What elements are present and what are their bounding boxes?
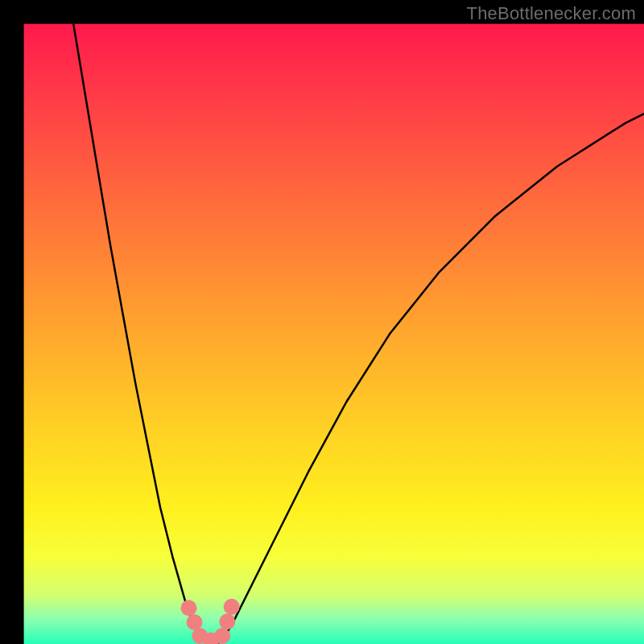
chart-container: TheBottlenecker.com: [0, 0, 644, 644]
marker-bead-5: [219, 613, 235, 630]
marker-bead-0: [181, 600, 197, 616]
marker-bead-1: [187, 614, 203, 630]
chart-gradient-background: [24, 24, 644, 644]
watermark-text: TheBottlenecker.com: [467, 3, 636, 24]
bottleneck-curve-chart: [0, 0, 644, 644]
marker-bead-6: [224, 599, 240, 615]
marker-bead-4: [214, 628, 230, 644]
